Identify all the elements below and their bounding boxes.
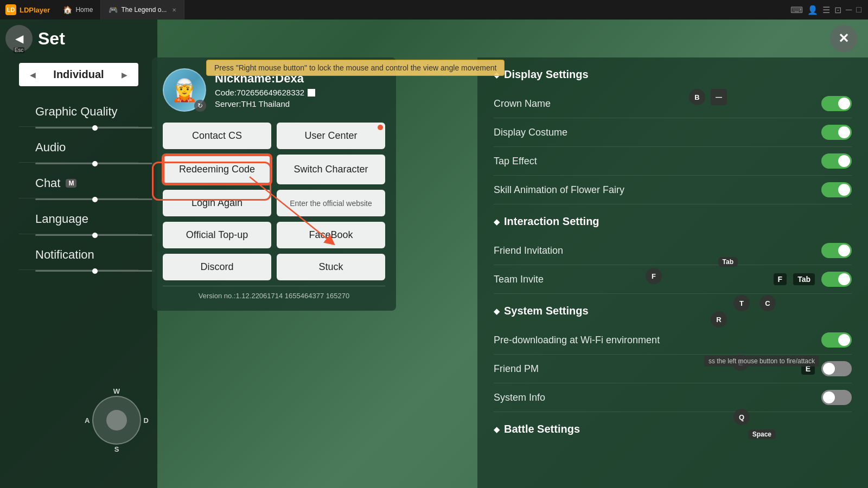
avatar-image: 🧝	[171, 78, 198, 103]
resize-icon[interactable]: ⊡	[834, 5, 841, 15]
official-topup-button[interactable]: Official Top-up	[163, 222, 271, 248]
team-invite-controls: F Tab	[774, 272, 852, 287]
maximize-icon[interactable]: □	[856, 5, 861, 15]
stuck-button[interactable]: Stuck	[277, 254, 385, 280]
team-invite-label: Team Invite	[494, 274, 544, 285]
close-icon: ✕	[838, 31, 849, 46]
sidebar-item-graphic[interactable]: Graphic Quality	[19, 97, 138, 127]
tab-home[interactable]: 🏠 Home	[55, 0, 101, 20]
graphic-label: Graphic Quality	[35, 105, 118, 119]
close-button[interactable]: ✕	[830, 25, 857, 52]
game-icon: 🎮	[108, 5, 118, 14]
joystick-d: D	[144, 416, 149, 425]
joystick-a: A	[85, 416, 90, 425]
tap-effect-toggle[interactable]	[821, 153, 852, 169]
app-logo: LD LDPlayer	[0, 4, 55, 15]
esc-label: Esc	[14, 47, 25, 53]
code-text: Code:702656649628332	[215, 88, 304, 97]
interaction-settings-title: Interaction Setting	[494, 215, 852, 228]
center-panel: 🧝 ↻ Nickname:Dexa Code:702656649628332 S…	[152, 57, 396, 311]
sidebar-item-chat[interactable]: Chat M	[19, 169, 138, 198]
setting-display-costume: Display Costume	[494, 118, 852, 147]
setting-skill-animation: Skill Animation of Flower Fairy	[494, 176, 852, 204]
contact-cs-button[interactable]: Contact CS	[163, 123, 271, 149]
setting-system-info: System Info	[494, 383, 852, 412]
sidebar-content: ◀ Individual ▶ Graphic Quality Audio Cha…	[19, 63, 138, 276]
tab-game[interactable]: 🎮 The Legend o... ✕	[101, 0, 184, 20]
key-space: Space	[748, 429, 776, 439]
display-settings-title: Display Settings	[494, 68, 852, 81]
notification-dot	[378, 125, 383, 130]
tab-key-badge: Tab	[793, 273, 815, 285]
predownload-label: Pre-downloading at Wi-Fi environment	[494, 335, 660, 346]
key-dash: —	[711, 89, 727, 105]
sidebar-item-notification[interactable]: Notification	[19, 240, 138, 270]
system-settings-title: System Settings	[494, 305, 852, 317]
profile-server: Server:TH1 Thailand	[215, 99, 315, 108]
tooltip-bar: Press "Right mouse button" to lock the m…	[206, 60, 505, 76]
joystick-s: S	[114, 445, 119, 453]
setting-team-invite: Team Invite F Tab	[494, 265, 852, 294]
joystick: W A D S	[92, 396, 141, 445]
tab-home-label: Home	[75, 6, 93, 14]
skill-animation-label: Skill Animation of Flower Fairy	[494, 184, 624, 196]
language-label: Language	[35, 212, 88, 226]
facebook-button[interactable]: FaceBook	[277, 222, 385, 248]
user-center-label: User Center	[304, 130, 357, 141]
main-area: ◀ Esc Set ◀ Individual ▶ Graphic Quality…	[0, 20, 868, 488]
sidebar-item-audio[interactable]: Audio	[19, 133, 138, 163]
joystick-center	[106, 410, 127, 431]
switch-character-button[interactable]: Switch Character	[277, 155, 385, 184]
crown-name-label: Crown Name	[494, 98, 551, 110]
setting-tap-effect: Tap Effect	[494, 147, 852, 176]
key-b: B	[689, 89, 705, 105]
chat-label: Chat	[35, 176, 60, 190]
buttons-grid: Contact CS User Center Redeeming Code Sw…	[163, 123, 385, 280]
enter-website-button[interactable]: Enter the official website	[277, 190, 385, 216]
login-again-button[interactable]: Login Again	[163, 190, 271, 216]
sidebar-item-language[interactable]: Language	[19, 204, 138, 234]
set-title: Set	[38, 29, 65, 49]
audio-label: Audio	[35, 140, 66, 155]
predownload-toggle[interactable]	[821, 332, 852, 348]
discord-button[interactable]: Discord	[163, 254, 271, 280]
minimize-icon[interactable]: ─	[846, 5, 852, 15]
crown-name-toggle[interactable]	[821, 96, 852, 111]
avatar-refresh-button[interactable]: ↻	[194, 100, 206, 112]
individual-button[interactable]: ◀ Individual ▶	[19, 63, 138, 86]
redeeming-code-button[interactable]: Redeeming Code	[163, 155, 271, 184]
f-key-badge: F	[774, 273, 787, 285]
menu-icon[interactable]: ☰	[822, 5, 830, 15]
profile-info: Nickname:Dexa Code:702656649628332 Serve…	[215, 72, 315, 108]
chat-badge: M	[66, 179, 76, 188]
back-button[interactable]: ◀ Esc	[5, 25, 33, 52]
back-arrow-icon: ◀	[15, 32, 23, 45]
tap-effect-label: Tap Effect	[494, 156, 537, 167]
mouse-tooltip: ss the left mouse button to fire/attack	[704, 356, 819, 367]
gamepad-icon[interactable]: ⌨	[790, 5, 803, 15]
friend-pm-toggle[interactable]	[821, 361, 852, 376]
set-header: ◀ Esc Set	[5, 25, 65, 52]
display-costume-label: Display Costume	[494, 127, 567, 138]
display-costume-toggle[interactable]	[821, 125, 852, 140]
profile-icon[interactable]: 👤	[807, 5, 818, 15]
user-center-button[interactable]: User Center	[277, 123, 385, 149]
left-arrow-icon: ◀	[30, 70, 36, 79]
settings-panel: Display Settings Crown Name Display Cost…	[477, 57, 868, 488]
copy-icon[interactable]	[308, 89, 315, 97]
key-tab: Tab	[718, 257, 738, 267]
notification-label: Notification	[35, 248, 94, 262]
key-f: F	[646, 268, 662, 284]
sidebar: ◀ Esc Set ◀ Individual ▶ Graphic Quality…	[0, 20, 157, 488]
avatar-container: 🧝 ↻	[163, 68, 206, 112]
friend-invitation-toggle[interactable]	[821, 243, 852, 258]
team-invite-toggle[interactable]	[821, 272, 852, 287]
key-q: Q	[733, 409, 750, 425]
system-info-toggle[interactable]	[821, 390, 852, 405]
key-c: C	[760, 295, 776, 311]
app-name: LDPlayer	[20, 6, 50, 14]
key-t: T	[733, 295, 750, 311]
joystick-ring: W A D S	[92, 396, 141, 445]
skill-animation-toggle[interactable]	[821, 182, 852, 197]
tab-close-icon[interactable]: ✕	[172, 7, 176, 13]
